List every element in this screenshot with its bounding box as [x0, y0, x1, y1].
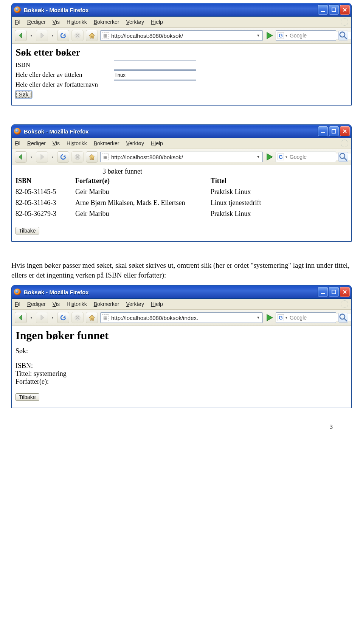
title-label: Hele eller deler av tittelen	[16, 71, 114, 79]
stop-button[interactable]	[71, 30, 84, 41]
minimize-button[interactable]	[318, 287, 328, 297]
forward-button[interactable]	[36, 30, 48, 41]
title-input[interactable]	[114, 70, 196, 79]
maximize-button[interactable]	[329, 5, 339, 15]
menu-hjelp[interactable]: Hjelp	[151, 140, 163, 146]
page-number: 3	[11, 412, 352, 435]
menu-verktoy[interactable]: Verktøy	[126, 301, 144, 307]
reload-button[interactable]	[57, 312, 69, 323]
back-dropdown[interactable]: ▾	[29, 152, 34, 162]
menu-bokmerker[interactable]: Bokmerker	[94, 301, 119, 307]
minimize-button[interactable]	[318, 5, 328, 15]
forward-dropdown[interactable]: ▾	[50, 30, 55, 41]
minimize-button[interactable]	[318, 126, 328, 136]
go-button[interactable]	[265, 31, 273, 40]
google-engine-icon[interactable]: G	[278, 314, 284, 321]
forward-button[interactable]	[36, 151, 48, 163]
table-row: 82-05-31146-3Arne Bjørn Mikalsen, Mads E…	[16, 197, 268, 208]
menu-historikk[interactable]: Historikk	[67, 140, 87, 146]
google-engine-icon[interactable]: G	[278, 32, 284, 39]
menu-vis[interactable]: Vis	[53, 301, 60, 307]
svg-point-11	[340, 314, 345, 319]
col-isbn: ISBN	[16, 176, 75, 186]
firefox-icon	[14, 128, 21, 135]
menu-rediger[interactable]: Rediger	[27, 19, 46, 25]
home-button[interactable]	[86, 312, 98, 323]
favicon-icon: ▦	[102, 314, 109, 321]
back-link-button[interactable]: Tilbake	[16, 393, 39, 401]
menu-verktoy[interactable]: Verktøy	[126, 140, 144, 146]
svg-rect-8	[321, 293, 325, 294]
url-input[interactable]	[110, 154, 253, 161]
maximize-button[interactable]	[329, 287, 339, 297]
search-go-button[interactable]	[338, 152, 348, 162]
maximize-button[interactable]	[329, 126, 339, 136]
back-dropdown[interactable]: ▾	[29, 30, 34, 41]
engine-dropdown[interactable]: ▾	[285, 316, 287, 320]
url-dropdown[interactable]: ▼	[255, 155, 261, 159]
engine-dropdown[interactable]: ▾	[285, 155, 287, 159]
stop-button[interactable]	[71, 312, 84, 323]
menu-rediger[interactable]: Rediger	[27, 301, 46, 307]
url-input[interactable]	[110, 314, 253, 321]
go-button[interactable]	[265, 313, 273, 322]
back-button[interactable]	[15, 151, 27, 163]
window-title: Boksøk - Mozilla Firefox	[24, 7, 318, 13]
table-row: 82-05-31145-5Geir MaribuPraktisk Linux	[16, 186, 268, 197]
menu-historikk[interactable]: Historikk	[67, 301, 87, 307]
menu-vis[interactable]: Vis	[53, 19, 60, 25]
menu-vis[interactable]: Vis	[53, 140, 60, 146]
home-button[interactable]	[86, 30, 98, 41]
menu-fil[interactable]: Fil	[15, 140, 20, 146]
menu-rediger[interactable]: Rediger	[27, 140, 46, 146]
url-bar[interactable]: ▦ ▼	[100, 312, 263, 323]
search-go-button[interactable]	[338, 313, 348, 323]
isbn-input[interactable]	[114, 61, 196, 70]
menu-historikk[interactable]: Historikk	[67, 19, 87, 25]
submit-search-button[interactable]: Søk	[16, 91, 32, 98]
menu-fil[interactable]: Fil	[15, 301, 20, 307]
close-button[interactable]	[340, 126, 350, 136]
url-bar[interactable]: ▦ ▼	[100, 152, 263, 162]
close-button[interactable]	[340, 287, 350, 297]
back-button[interactable]	[15, 30, 27, 41]
menu-bokmerker[interactable]: Bokmerker	[94, 19, 119, 25]
favicon-icon: ▦	[102, 154, 109, 160]
menu-fil[interactable]: Fil	[15, 19, 20, 25]
page-content-results: 3 bøker funnet ISBN Forfatter(e) Tittel …	[12, 165, 351, 241]
search-box[interactable]: G ▾	[276, 312, 336, 323]
forward-dropdown[interactable]: ▾	[50, 312, 55, 323]
back-button[interactable]	[15, 312, 27, 323]
back-link-button[interactable]: Tilbake	[16, 227, 39, 234]
reload-button[interactable]	[57, 151, 69, 163]
forward-button[interactable]	[36, 312, 48, 323]
url-dropdown[interactable]: ▼	[255, 316, 261, 320]
url-input[interactable]	[110, 32, 253, 39]
throbber-icon	[341, 300, 348, 308]
search-go-button[interactable]	[338, 31, 348, 40]
cell-isbn: 82-05-31146-3	[16, 197, 75, 208]
forward-dropdown[interactable]: ▾	[50, 152, 55, 162]
svg-rect-5	[332, 129, 336, 133]
throbber-icon	[341, 140, 348, 147]
google-engine-icon[interactable]: G	[278, 154, 284, 160]
titlebar: Boksøk - Mozilla Firefox	[12, 3, 351, 17]
author-input[interactable]	[114, 80, 196, 89]
close-button[interactable]	[340, 5, 350, 15]
menu-bokmerker[interactable]: Bokmerker	[94, 140, 119, 146]
url-bar[interactable]: ▦ ▼	[100, 30, 263, 41]
back-dropdown[interactable]: ▾	[29, 312, 34, 323]
menubar: Fil Rediger Vis Historikk Bokmerker Verk…	[12, 17, 351, 28]
browser-window-search: Boksøk - Mozilla Firefox Fil Rediger Vis…	[11, 3, 352, 106]
engine-dropdown[interactable]: ▾	[285, 34, 287, 37]
menu-hjelp[interactable]: Hjelp	[151, 301, 163, 307]
go-button[interactable]	[265, 153, 273, 161]
home-button[interactable]	[86, 151, 98, 163]
url-dropdown[interactable]: ▼	[255, 34, 261, 37]
search-box[interactable]: G ▾	[276, 30, 336, 41]
search-box[interactable]: G ▾	[276, 152, 336, 162]
reload-button[interactable]	[57, 30, 69, 41]
menu-verktoy[interactable]: Verktøy	[126, 19, 144, 25]
stop-button[interactable]	[71, 151, 84, 163]
menu-hjelp[interactable]: Hjelp	[151, 19, 163, 25]
